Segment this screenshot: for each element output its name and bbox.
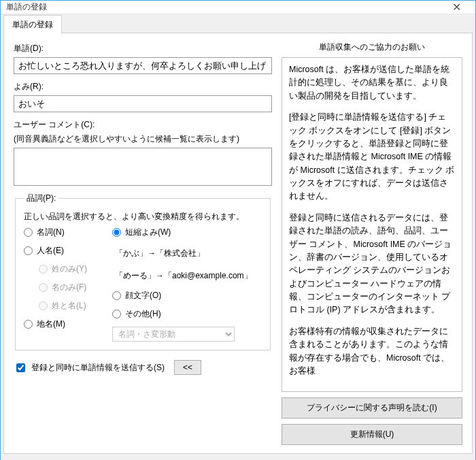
send-checkbox[interactable]: 登録と同時に単語情報を送信する(S) — [14, 361, 165, 374]
info-p1: Microsoft は、お客様が送信した単語を統計的に処理し、その結果を基に、よ… — [289, 63, 455, 103]
yomi-input[interactable] — [14, 95, 272, 112]
pos-legend: 品詞(P): — [24, 193, 58, 204]
pos-note: 正しい品詞を選択すると、より高い変換精度を得られます。 — [24, 211, 262, 223]
word-input[interactable] — [14, 57, 272, 74]
radio-abbrev[interactable]: 短縮よみ(W) — [112, 227, 262, 238]
update-button[interactable]: 更新情報(U) — [282, 424, 462, 445]
radio-person[interactable]: 人名(E) — [24, 245, 105, 257]
radio-noun[interactable]: 名詞(N) — [24, 227, 105, 238]
info-p3: 登録と同時に送信されるデータには、登録された単語の読み、語句、品詞、ユーザー コ… — [289, 212, 455, 317]
pos-fieldset: 品詞(P): 正しい品詞を選択すると、より高い変換精度を得られます。 名詞(N)… — [15, 193, 271, 350]
yomi-label: よみ(R): — [14, 81, 272, 93]
comment-hint: (同音異義語などを選択しやすいように候補一覧に表示します) — [14, 133, 272, 145]
comment-label: ユーザー コメント(C): — [14, 119, 272, 131]
word-label: 単語(D): — [14, 43, 272, 54]
radio-kaomoji[interactable]: 顔文字(O) — [112, 290, 262, 301]
radio-fullname: 姓と名(L) — [39, 300, 105, 312]
radio-place[interactable]: 地名(M) — [24, 318, 105, 330]
radio-lastname: 姓のみ(Y) — [39, 263, 105, 275]
info-p4: お客様特有の情報が収集されたデータに含まれることがあります。このような情報が存在… — [289, 325, 455, 378]
info-p2: [登録と同時に単語情報を送信する] チェック ボックスをオンにして [登録] ボ… — [289, 111, 455, 203]
privacy-button[interactable]: プライバシーに関する声明を読む(I) — [282, 397, 462, 418]
comment-input[interactable] — [14, 148, 272, 186]
info-scrollbox[interactable]: Microsoft は、お客様が送信した単語を統計的に処理し、その結果を基に、よ… — [282, 57, 462, 392]
window-title: 単語の登録 — [6, 1, 443, 13]
tab-register[interactable]: 単語の登録 — [3, 15, 62, 33]
radio-firstname: 名のみ(F) — [39, 282, 105, 293]
radio-other[interactable]: その他(H) — [112, 308, 262, 320]
right-title: 単語収集へのご協力のお願い — [282, 42, 462, 53]
close-icon[interactable]: ✕ — [443, 1, 470, 14]
other-select[interactable]: 名詞・さ変形動 — [112, 327, 235, 342]
abbrev-example-2: 「めーる」→「aoki@example.com」 — [115, 270, 262, 282]
collapse-button[interactable]: << — [174, 360, 201, 375]
abbrev-example-1: 「かぶ」→「株式会社」 — [115, 248, 262, 259]
